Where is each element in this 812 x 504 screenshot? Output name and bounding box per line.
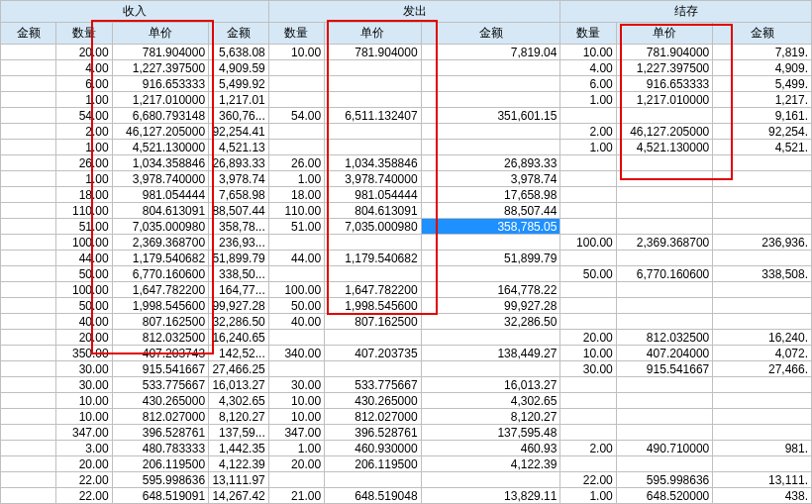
cell-prIn[interactable]: 1,647.782200 [112, 282, 208, 298]
table-row[interactable]: 20.00812.03250016,240.6520.00812.0325001… [1, 330, 812, 346]
cell-qtyOut[interactable] [268, 60, 324, 76]
cell-amt1[interactable] [1, 361, 56, 377]
cell-amtIn[interactable]: 164,77... [209, 282, 269, 298]
cell-amtIn[interactable]: 27,466.25 [209, 361, 269, 377]
cell-amt1[interactable] [1, 45, 56, 60]
cell-prIn[interactable]: 595.998636 [112, 472, 208, 488]
cell-amt1[interactable] [1, 235, 56, 251]
cell-amt1[interactable] [1, 251, 56, 266]
cell-qtyOut[interactable]: 10.00 [268, 393, 324, 409]
table-row[interactable]: 1.004,521.1300004,521.131.004,521.130000… [1, 140, 812, 155]
cell-qtyBal[interactable]: 10.00 [560, 45, 616, 60]
cell-amtOut[interactable]: 16,013.27 [421, 377, 560, 393]
cell-amtBal[interactable]: 5,499. [713, 76, 812, 92]
cell-qtyIn[interactable]: 54.00 [56, 108, 112, 124]
cell-qtyBal[interactable] [560, 298, 616, 314]
cell-prBal[interactable]: 6,770.160600 [616, 266, 712, 282]
cell-amtBal[interactable]: 4,072. [713, 346, 812, 361]
cell-amtOut[interactable]: 13,829.11 [421, 488, 560, 504]
cell-prBal[interactable] [616, 108, 712, 124]
cell-qtyIn[interactable]: 6.00 [56, 76, 112, 92]
cell-prIn[interactable]: 648.519091 [112, 488, 208, 504]
table-row[interactable]: 20.00206.1195004,122.3920.00206.1195004,… [1, 456, 812, 472]
cell-amtOut[interactable]: 3,978.74 [421, 171, 560, 187]
cell-amtIn[interactable]: 16,013.27 [209, 377, 269, 393]
cell-qtyBal[interactable]: 50.00 [560, 266, 616, 282]
cell-qtyBal[interactable] [560, 155, 616, 171]
cell-amtOut[interactable]: 7,819.04 [421, 45, 560, 60]
cell-prOut[interactable]: 812.027000 [325, 409, 421, 425]
cell-prOut[interactable]: 3,978.740000 [325, 171, 421, 187]
table-row[interactable]: 50.006,770.160600338,50...50.006,770.160… [1, 266, 812, 282]
cell-amtIn[interactable]: 16,240.65 [209, 330, 269, 346]
cell-amt1[interactable] [1, 425, 56, 441]
cell-prBal[interactable] [616, 314, 712, 330]
table-row[interactable]: 347.00396.528761137,59...347.00396.52876… [1, 425, 812, 441]
cell-amt1[interactable] [1, 298, 56, 314]
table-row[interactable]: 100.001,647.782200164,77...100.001,647.7… [1, 282, 812, 298]
cell-prOut[interactable] [325, 361, 421, 377]
cell-amtOut[interactable] [421, 330, 560, 346]
cell-qtyIn[interactable]: 347.00 [56, 425, 112, 441]
cell-prBal[interactable]: 2,369.368700 [616, 235, 712, 251]
cell-prBal[interactable] [616, 377, 712, 393]
cell-amtBal[interactable] [713, 393, 812, 409]
cell-qtyOut[interactable]: 1.00 [268, 441, 324, 456]
table-row[interactable]: 3.00480.7833331,442.351.00460.930000460.… [1, 441, 812, 456]
cell-qtyOut[interactable] [268, 235, 324, 251]
cell-prBal[interactable]: 490.710000 [616, 441, 712, 456]
cell-qtyOut[interactable]: 50.00 [268, 298, 324, 314]
cell-prOut[interactable]: 206.119500 [325, 456, 421, 472]
cell-qtyOut[interactable]: 100.00 [268, 282, 324, 298]
cell-qtyBal[interactable] [560, 456, 616, 472]
cell-prOut[interactable]: 804.613091 [325, 203, 421, 219]
table-row[interactable]: 1.001,217.0100001,217.011.001,217.010000… [1, 92, 812, 108]
cell-prOut[interactable]: 6,511.132407 [325, 108, 421, 124]
cell-amtOut[interactable]: 26,893.33 [421, 155, 560, 171]
cell-prBal[interactable] [616, 393, 712, 409]
cell-prIn[interactable]: 1,179.540682 [112, 251, 208, 266]
cell-amtIn[interactable]: 8,120.27 [209, 409, 269, 425]
cell-amtIn[interactable]: 5,638.08 [209, 45, 269, 60]
cell-prOut[interactable]: 981.054444 [325, 187, 421, 203]
cell-qtyBal[interactable] [560, 187, 616, 203]
cell-amt1[interactable] [1, 171, 56, 187]
cell-prOut[interactable] [325, 330, 421, 346]
cell-qtyIn[interactable]: 50.00 [56, 298, 112, 314]
cell-qtyOut[interactable] [268, 76, 324, 92]
cell-amt1[interactable] [1, 108, 56, 124]
cell-qtyOut[interactable] [268, 361, 324, 377]
cell-amtIn[interactable]: 4,122.39 [209, 456, 269, 472]
cell-qtyBal[interactable] [560, 251, 616, 266]
cell-amtBal[interactable] [713, 203, 812, 219]
cell-amtBal[interactable] [713, 251, 812, 266]
cell-prIn[interactable]: 916.653333 [112, 76, 208, 92]
cell-qtyBal[interactable] [560, 282, 616, 298]
cell-qtyBal[interactable]: 30.00 [560, 361, 616, 377]
cell-amtOut[interactable]: 137,595.48 [421, 425, 560, 441]
cell-amtBal[interactable]: 92,254. [713, 124, 812, 140]
cell-amt1[interactable] [1, 266, 56, 282]
cell-qtyBal[interactable]: 1.00 [560, 92, 616, 108]
cell-prIn[interactable]: 1,227.397500 [112, 60, 208, 76]
cell-amt1[interactable] [1, 441, 56, 456]
cell-amtIn[interactable]: 4,302.65 [209, 393, 269, 409]
cell-qtyIn[interactable]: 51.00 [56, 219, 112, 235]
cell-qtyOut[interactable]: 54.00 [268, 108, 324, 124]
cell-prBal[interactable] [616, 251, 712, 266]
cell-qtyIn[interactable]: 22.00 [56, 488, 112, 504]
cell-amtBal[interactable]: 7,819. [713, 45, 812, 60]
cell-prBal[interactable]: 812.032500 [616, 330, 712, 346]
cell-prBal[interactable] [616, 298, 712, 314]
cell-prBal[interactable]: 648.520000 [616, 488, 712, 504]
cell-amtOut[interactable]: 4,302.65 [421, 393, 560, 409]
cell-prIn[interactable]: 807.162500 [112, 314, 208, 330]
cell-amt1[interactable] [1, 155, 56, 171]
cell-prBal[interactable]: 4,521.130000 [616, 140, 712, 155]
cell-prIn[interactable]: 781.904000 [112, 45, 208, 60]
cell-qtyOut[interactable] [268, 266, 324, 282]
cell-amtBal[interactable]: 981. [713, 441, 812, 456]
cell-amtBal[interactable] [713, 219, 812, 235]
cell-prBal[interactable]: 915.541667 [616, 361, 712, 377]
cell-qtyIn[interactable]: 30.00 [56, 361, 112, 377]
